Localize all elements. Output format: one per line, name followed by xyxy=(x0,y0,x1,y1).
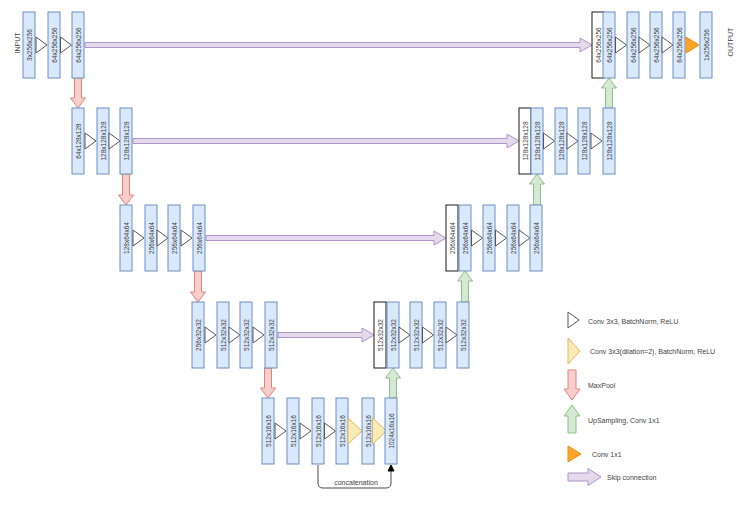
encoder-block-label: 512x32x32 xyxy=(220,319,227,351)
legend-item-label: Conv 3x3, BatchNorm, ReLU xyxy=(588,318,678,325)
conv3x3-triangle-icon xyxy=(399,327,410,343)
maxpool-arrow-icon xyxy=(261,368,276,398)
conv3x3-triangle-icon xyxy=(181,230,192,246)
decoder-block-label: 64x256x256 xyxy=(676,27,683,63)
architecture-svg: concatenation3x256x25664x256x25664x256x2… xyxy=(0,0,740,507)
decoder-block-label: 256x64x64 xyxy=(510,222,517,254)
encoder-block-label: 128x64x64 xyxy=(123,222,130,254)
decoder-block-label: 128x128x128 xyxy=(581,121,588,160)
decoder-block-label: 512x32x32 xyxy=(390,319,397,351)
conv3x3-triangle-icon xyxy=(567,133,578,149)
conv3x3-triangle-icon xyxy=(446,327,457,343)
conv3x3-triangle-icon xyxy=(275,423,286,439)
encoder-block-label: 256x64x64 xyxy=(196,222,203,254)
encoder-block-label: 128x128x128 xyxy=(100,121,107,160)
conv1x1-triangle-icon xyxy=(568,446,581,462)
output-label: OUTPUT xyxy=(727,27,734,57)
maxpool-arrow-icon xyxy=(71,78,86,108)
conv3x3-triangle-icon xyxy=(519,230,530,246)
decoder-block-label: 512x32x32 xyxy=(437,319,444,351)
decoder-block-label: 256x64x64 xyxy=(462,222,469,254)
legend-item-label: Conv 1x1 xyxy=(592,451,622,458)
decoder-block-label: 64x256x256 xyxy=(606,27,613,63)
dilated-conv-triangle-icon xyxy=(348,418,362,444)
input-label: INPUT xyxy=(14,32,21,54)
skip-connection-arrow-icon xyxy=(85,38,592,52)
upsampling-arrow-icon xyxy=(564,405,580,433)
encoder-block-label: 256x64x64 xyxy=(148,222,155,254)
conv3x3-triangle-icon xyxy=(568,312,579,328)
skip-connection-arrow-icon xyxy=(568,469,601,486)
conv3x3-triangle-icon xyxy=(229,327,240,343)
decoder-block-label: 256x64x64 xyxy=(486,222,493,254)
concat-block-label: 64x256x256 xyxy=(595,27,602,63)
upsampling-arrow-icon xyxy=(386,368,401,398)
conv3x3-triangle-icon xyxy=(591,133,602,149)
legend-item-label: UpSampling, Conv 1x1 xyxy=(588,417,660,425)
bottleneck-block-label: 512x16x16 xyxy=(339,415,346,447)
encoder-block-label: 512x32x32 xyxy=(268,319,275,351)
skip-connection-arrow-icon xyxy=(278,328,374,342)
upsampling-arrow-icon xyxy=(458,271,473,302)
conv3x3-triangle-icon xyxy=(662,37,673,53)
decoder-block-label: 512x32x32 xyxy=(460,319,467,351)
conv3x3-triangle-icon xyxy=(157,230,168,246)
upsampling-arrow-icon xyxy=(530,174,545,205)
maxpool-arrow-icon xyxy=(564,370,580,400)
decoder-block-label: 64x256x256 xyxy=(630,27,637,63)
decoder-block-label: 64x256x256 xyxy=(653,27,660,63)
concatenation-arrowhead-icon xyxy=(388,465,394,471)
bottleneck-block-label: 512x16x16 xyxy=(315,415,322,447)
upsampling-arrow-icon xyxy=(602,78,617,108)
encoder-block-label: 64x256x256 xyxy=(75,27,82,63)
concat-block-label: 128x128x128 xyxy=(522,121,529,160)
concat-block-label: 256x64x64 xyxy=(449,222,456,254)
conv3x3-triangle-icon xyxy=(253,327,264,343)
conv3x3-triangle-icon xyxy=(300,423,311,439)
skip-connection-arrow-icon xyxy=(206,231,446,245)
skip-connection-arrow-icon xyxy=(133,134,519,148)
maxpool-arrow-icon xyxy=(191,271,206,302)
encoder-block-label: 512x32x32 xyxy=(243,319,250,351)
encoder-block-label: 64x128x128 xyxy=(75,123,82,159)
dilated-conv-triangle-icon xyxy=(568,338,580,364)
encoder-block-label: 64x256x256 xyxy=(51,27,58,63)
encoder-block-label: 128x128x128 xyxy=(123,121,130,160)
concatenation-label: concatenation xyxy=(334,479,378,486)
bottleneck-block-label: 1024x16x16 xyxy=(388,413,395,449)
conv3x3-triangle-icon xyxy=(496,230,507,246)
legend-item-label: Skip connection xyxy=(607,474,657,482)
dilated-conv-triangle-icon xyxy=(373,418,387,444)
conv3x3-triangle-icon xyxy=(133,230,144,246)
bottleneck-block-label: 512x16x16 xyxy=(365,415,372,447)
conv3x3-triangle-icon xyxy=(423,327,434,343)
conv3x3-triangle-icon xyxy=(36,37,47,53)
conv1x1-triangle-icon xyxy=(686,37,699,53)
decoder-block-label: 128x128x128 xyxy=(558,121,565,160)
conv3x3-triangle-icon xyxy=(325,423,336,439)
decoder-block-label: 512x32x32 xyxy=(413,319,420,351)
conv3x3-triangle-icon xyxy=(61,37,72,53)
output-block-label: 1x256x256 xyxy=(703,29,710,61)
conv3x3-triangle-icon xyxy=(544,133,555,149)
bottleneck-block-label: 512x16x16 xyxy=(290,415,297,447)
bottleneck-block-label: 512x16x16 xyxy=(265,415,272,447)
decoder-block-label: 256x64x64 xyxy=(533,222,540,254)
conv3x3-triangle-icon xyxy=(85,133,96,149)
conv3x3-triangle-icon xyxy=(616,37,627,53)
legend-item-label: MaxPool xyxy=(588,382,616,389)
encoder-block-label: 3x256x256 xyxy=(26,29,33,61)
maxpool-arrow-icon xyxy=(119,174,134,205)
encoder-block-label: 256x64x64 xyxy=(171,222,178,254)
decoder-block-label: 128x128x128 xyxy=(534,121,541,160)
conv3x3-triangle-icon xyxy=(639,37,650,53)
decoder-block-label: 128x128x128 xyxy=(606,121,613,160)
conv3x3-triangle-icon xyxy=(205,327,216,343)
encoder-block-label: 256x32x32 xyxy=(195,319,202,351)
unet-architecture-diagram: concatenation3x256x25664x256x25664x256x2… xyxy=(0,0,740,507)
conv3x3-triangle-icon xyxy=(472,230,483,246)
conv3x3-triangle-icon xyxy=(109,133,120,149)
legend-item-label: Conv 3x3(dilation=2), BatchNorm, ReLU xyxy=(590,348,715,356)
concat-block-label: 512x32x32 xyxy=(377,319,384,351)
